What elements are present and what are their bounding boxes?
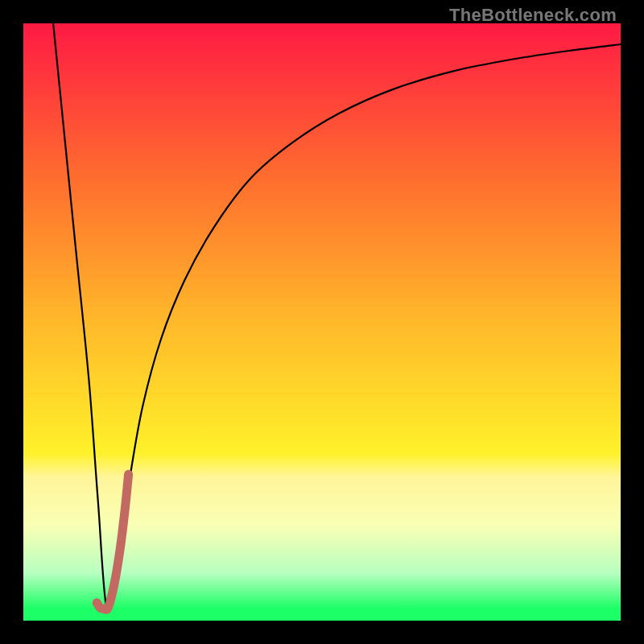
plot-area: [23, 23, 621, 621]
curve-layer: [23, 23, 621, 621]
watermark-label: TheBottleneck.com: [449, 5, 617, 26]
chart-frame: TheBottleneck.com: [0, 0, 644, 644]
bottleneck-curve: [53, 23, 621, 609]
